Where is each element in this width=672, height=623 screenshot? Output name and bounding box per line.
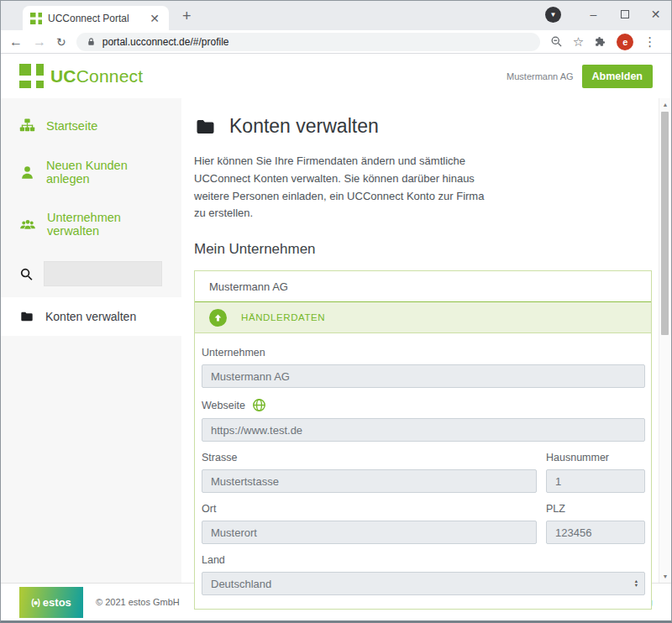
plz-input[interactable] — [546, 521, 645, 544]
minimize-button[interactable]: – — [578, 2, 609, 27]
maximize-button[interactable] — [609, 2, 640, 27]
scroll-down-icon[interactable]: ▼ — [659, 573, 671, 579]
sidebar-item-unternehmen-verwalten[interactable]: Unternehmen verwalten — [1, 198, 181, 250]
tab-title: UCConnect Portal — [48, 13, 142, 24]
folder-icon — [194, 117, 217, 137]
sidebar-item-label: Konten verwalten — [45, 310, 136, 323]
estos-logo: (●) estos — [19, 587, 83, 618]
tab-search-icon[interactable]: ▼ — [545, 7, 561, 23]
field-label-webseite: Webseite — [202, 398, 645, 412]
webseite-input[interactable] — [202, 418, 645, 442]
new-tab-button[interactable]: + — [182, 8, 192, 24]
scrollbar-thumb[interactable] — [661, 112, 669, 335]
folder-icon — [19, 310, 34, 323]
field-label-hausnummer: Hausnummer — [546, 452, 645, 463]
ucconnect-logo-icon — [19, 64, 44, 88]
search-icon — [19, 267, 34, 281]
field-label-land: Land — [202, 554, 645, 566]
section-title: Mein Unternehmen — [194, 241, 652, 258]
close-button[interactable]: ✕ — [640, 2, 671, 27]
field-label-strasse: Strasse — [202, 452, 537, 463]
sidebar-item-konten-verwalten[interactable]: Konten verwalten — [1, 297, 181, 336]
collapse-arrow-icon[interactable] — [209, 309, 227, 327]
sidebar-search-input[interactable] — [44, 261, 162, 286]
estos-logo-symbol: (●) — [31, 598, 39, 607]
sidebar: Startseite Neuen Kunden anlegen Unterneh… — [1, 98, 181, 583]
unternehmen-input[interactable] — [202, 364, 645, 388]
address-toolbar: ← → ↻ portal.ucconnect.de/#/profile ☆ e … — [1, 30, 671, 54]
person-icon — [19, 165, 35, 181]
lock-icon[interactable] — [87, 37, 96, 47]
app-header: UCConnect Mustermann AG Abmelden — [1, 54, 671, 98]
land-select[interactable]: Deutschland ▴▾ — [202, 572, 645, 595]
hausnummer-input[interactable] — [546, 469, 645, 493]
copyright-text: © 2021 estos GmbH — [96, 597, 180, 607]
ort-input[interactable] — [202, 521, 537, 544]
brand-title: UCConnect — [50, 66, 143, 86]
scroll-up-icon[interactable]: ▲ — [659, 102, 671, 107]
strasse-input[interactable] — [202, 469, 537, 493]
group-icon — [19, 217, 36, 233]
select-arrows-icon: ▴▾ — [635, 579, 638, 588]
company-form: Unternehmen Webseite Strasse — [195, 333, 651, 609]
tab-close-icon[interactable]: ✕ — [148, 13, 161, 24]
land-select-value: Deutschland — [211, 578, 271, 590]
back-icon[interactable]: ← — [9, 35, 23, 49]
intro-text: Hier können Sie Ihre Firmendaten ändern … — [194, 153, 488, 222]
company-panel: Mustermann AG HÄNDLERDATEN Unternehmen W… — [194, 270, 652, 610]
page-title: Konten verwalten — [229, 115, 379, 138]
reload-icon[interactable]: ↻ — [56, 36, 66, 48]
sidebar-item-label: Unternehmen verwalten — [47, 211, 163, 238]
sidebar-item-label: Neuen Kunden anlegen — [46, 159, 163, 186]
browser-menu-icon[interactable]: ⋮ — [643, 34, 656, 50]
sidebar-item-label: Startseite — [46, 119, 97, 133]
bookmark-star-icon[interactable]: ☆ — [573, 35, 584, 48]
profile-avatar[interactable]: e — [617, 34, 633, 50]
tab-strip: UCConnect Portal ✕ + ▼ – ✕ — [1, 1, 671, 30]
zoom-out-icon[interactable] — [550, 35, 563, 48]
field-label-unternehmen: Unternehmen — [202, 347, 645, 359]
haendlerdaten-label: HÄNDLERDATEN — [241, 312, 325, 322]
url-text: portal.ucconnect.de/#/profile — [102, 36, 229, 48]
extensions-puzzle-icon[interactable] — [594, 35, 606, 48]
globe-icon[interactable] — [252, 398, 266, 412]
browser-window: UCConnect Portal ✕ + ▼ – ✕ ← → ↻ portal.… — [0, 0, 672, 623]
sidebar-search — [1, 250, 181, 297]
forward-icon[interactable]: → — [33, 35, 46, 49]
ucconnect-favicon — [30, 13, 42, 24]
estos-logo-name: estos — [43, 596, 71, 609]
browser-tab[interactable]: UCConnect Portal ✕ — [23, 6, 169, 30]
account-name: Mustermann AG — [507, 71, 573, 81]
main-content: Konten verwalten Hier können Sie Ihre Fi… — [181, 98, 671, 583]
scrollbar[interactable]: ▲ ▼ — [659, 98, 671, 583]
sitemap-icon — [19, 118, 35, 134]
window-controls: ▼ – ✕ — [545, 1, 671, 28]
field-label-plz: PLZ — [546, 503, 645, 515]
address-bar[interactable]: portal.ucconnect.de/#/profile — [76, 33, 540, 51]
sidebar-item-startseite[interactable]: Startseite — [1, 105, 181, 146]
logout-button[interactable]: Abmelden — [582, 65, 653, 88]
company-panel-header[interactable]: Mustermann AG — [195, 271, 651, 301]
field-label-ort: Ort — [202, 503, 537, 515]
haendlerdaten-toggle[interactable]: HÄNDLERDATEN — [195, 301, 651, 333]
sidebar-item-neuen-kunden-anlegen[interactable]: Neuen Kunden anlegen — [1, 146, 181, 198]
